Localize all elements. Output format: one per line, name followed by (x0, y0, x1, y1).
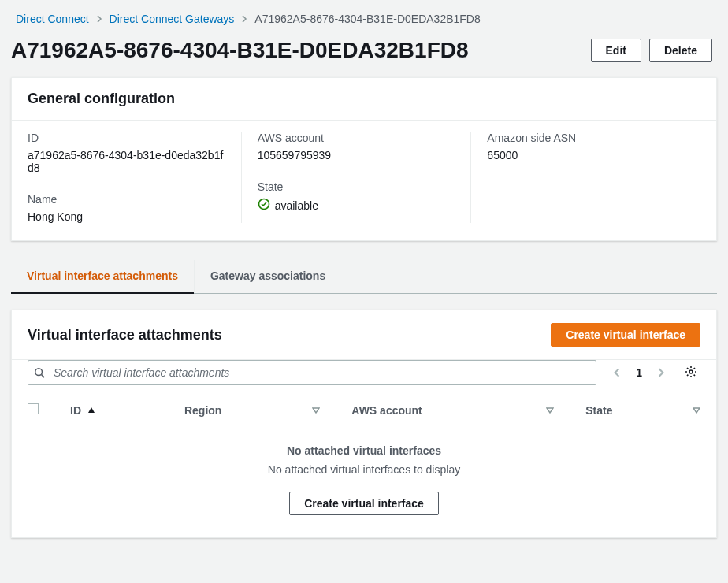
empty-title: No attached virtual interfaces (12, 444, 716, 457)
search-input[interactable] (28, 360, 596, 385)
empty-create-vif-button[interactable]: Create virtual interface (289, 492, 439, 515)
col-region-label: Region (184, 404, 221, 417)
tab-gateway-associations[interactable]: Gateway associations (194, 260, 341, 293)
page-title: A71962A5-8676-4304-B31E-D0EDA32B1FD8 (11, 38, 469, 63)
page-actions: Edit Delete (591, 39, 712, 62)
state-label: State (258, 180, 455, 193)
select-all-checkbox[interactable] (28, 403, 39, 414)
panel-body: ID a71962a5-8676-4304-b31e-d0eda32b1fd8 … (12, 121, 716, 240)
col-checkbox (12, 395, 54, 425)
general-config-panel: General configuration ID a71962a5-8676-4… (11, 77, 717, 241)
empty-state: No attached virtual interfaces No attach… (12, 425, 716, 537)
search-wrap (28, 360, 596, 385)
table-controls: 1 (12, 360, 716, 395)
config-grid: ID a71962a5-8676-4304-b31e-d0eda32b1fd8 … (28, 132, 700, 223)
edit-button[interactable]: Edit (591, 39, 641, 62)
kv-id: ID a71962a5-8676-4304-b31e-d0eda32b1fd8 (28, 132, 225, 174)
kv-name: Name Hong Kong (28, 193, 225, 223)
panel-title: Virtual interface attachments (28, 327, 222, 343)
panel-header: General configuration (12, 78, 716, 121)
settings-button[interactable] (682, 362, 700, 384)
vif-attachments-panel: Virtual interface attachments Create vir… (11, 310, 717, 538)
config-col-mid: AWS account 105659795939 State available (241, 132, 471, 223)
tabs: Virtual interface attachments Gateway as… (11, 260, 717, 294)
asn-label: Amazon side ASN (487, 132, 685, 144)
svg-point-3 (689, 370, 693, 373)
filter-icon (693, 404, 700, 417)
chevron-right-icon (240, 15, 248, 23)
vif-table: ID Region (12, 395, 716, 537)
page-next-button[interactable] (653, 365, 669, 381)
breadcrumb: Direct Connect Direct Connect Gateways A… (0, 0, 728, 32)
kv-state: State available (258, 180, 455, 213)
pagination: 1 (609, 365, 669, 381)
delete-button[interactable]: Delete (649, 39, 712, 62)
state-text: available (275, 199, 318, 212)
name-label: Name (28, 193, 225, 206)
page-header: A71962A5-8676-4304-B31E-D0EDA32B1FD8 Edi… (0, 32, 728, 77)
breadcrumb-current: A71962A5-8676-4304-B31E-D0EDA32B1FD8 (254, 13, 480, 25)
account-value: 105659795939 (258, 149, 455, 162)
kv-account: AWS account 105659795939 (258, 132, 455, 162)
filter-icon (546, 404, 554, 417)
col-account[interactable]: AWS account (336, 395, 570, 425)
config-col-left: ID a71962a5-8676-4304-b31e-d0eda32b1fd8 … (28, 132, 241, 223)
check-circle-icon (258, 198, 270, 213)
kv-asn: Amazon side ASN 65000 (487, 132, 685, 162)
name-value: Hong Kong (28, 210, 225, 223)
asn-value: 65000 (487, 149, 685, 162)
panel-header: Virtual interface attachments Create vir… (12, 310, 716, 360)
empty-subtitle: No attached virtual interfaces to displa… (12, 463, 716, 476)
search-icon (34, 367, 45, 378)
panel-title: General configuration (28, 91, 175, 107)
breadcrumb-root[interactable]: Direct Connect (16, 13, 89, 25)
col-account-label: AWS account (351, 404, 422, 417)
id-label: ID (28, 132, 225, 144)
filter-icon (312, 404, 320, 417)
sort-asc-icon (87, 404, 95, 417)
state-value: available (258, 198, 455, 213)
col-id-label: ID (70, 404, 81, 417)
account-label: AWS account (258, 132, 455, 144)
col-state-label: State (585, 404, 612, 417)
breadcrumb-section[interactable]: Direct Connect Gateways (110, 13, 235, 25)
col-state[interactable]: State (570, 395, 716, 425)
tab-vif-attachments[interactable]: Virtual interface attachments (11, 260, 194, 294)
svg-point-1 (35, 369, 43, 376)
page-number: 1 (636, 366, 642, 379)
chevron-right-icon (95, 15, 103, 23)
page-prev-button[interactable] (609, 365, 625, 381)
gear-icon (685, 366, 697, 381)
create-vif-button[interactable]: Create virtual interface (551, 323, 700, 347)
svg-line-2 (42, 375, 45, 378)
col-id[interactable]: ID (54, 395, 169, 425)
col-region[interactable]: Region (169, 395, 336, 425)
config-col-right: Amazon side ASN 65000 (470, 132, 700, 223)
id-value: a71962a5-8676-4304-b31e-d0eda32b1fd8 (28, 149, 225, 174)
